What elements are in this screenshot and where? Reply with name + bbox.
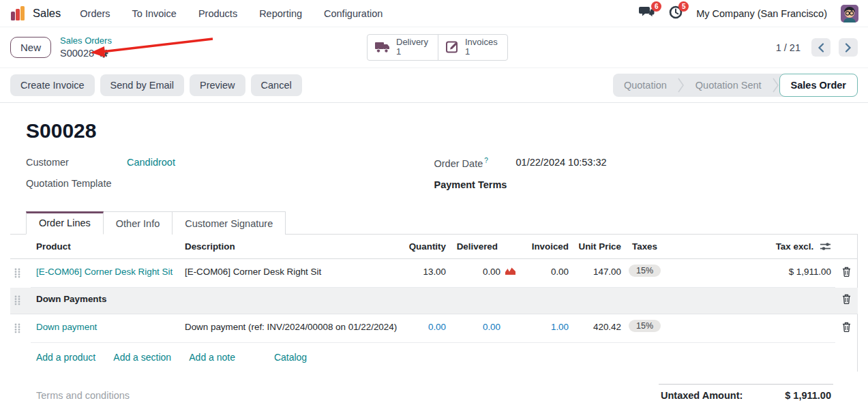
menu-products[interactable]: Products	[198, 8, 237, 19]
pager: 1 / 21	[776, 38, 858, 57]
tab-customer-signature[interactable]: Customer Signature	[173, 211, 286, 235]
untaxed-amount-label: Untaxed Amount:	[661, 390, 743, 401]
left-field-column: Customer Candidroot Quotation Template	[26, 157, 434, 200]
delete-row-icon[interactable]	[842, 267, 851, 279]
add-note-link[interactable]: Add a note	[189, 352, 235, 363]
invoices-stat-button[interactable]: Invoices 1	[438, 35, 507, 61]
delete-row-icon[interactable]	[842, 322, 851, 334]
app-name[interactable]: Sales	[33, 7, 61, 20]
order-line-row[interactable]: [E-COM06] Corner Desk Right Sit [E-COM06…	[10, 258, 858, 288]
right-field-column: Order Date? 01/22/2024 10:53:32 Payment …	[434, 157, 843, 200]
top-navbar: Sales Orders To Invoice Products Reporti…	[0, 0, 868, 27]
user-avatar[interactable]	[841, 5, 858, 22]
column-delivered[interactable]: Delivered	[450, 235, 518, 259]
quantity-cell[interactable]: 0.00	[402, 314, 450, 343]
add-section-link[interactable]: Add a section	[113, 352, 171, 363]
tax-badge[interactable]: 15%	[629, 320, 661, 332]
activities-count-badge: 5	[678, 1, 689, 12]
order-date-label: Order Date?	[434, 157, 516, 169]
invoiced-cell[interactable]: 0.00	[518, 258, 573, 288]
menu-to-invoice[interactable]: To Invoice	[132, 8, 177, 19]
trash-column-header	[835, 235, 858, 259]
section-row[interactable]: Down Payments	[10, 288, 858, 314]
quantity-cell[interactable]: 13.00	[402, 258, 450, 288]
stage-quotation[interactable]: Quotation	[613, 74, 678, 97]
order-line-row[interactable]: Down payment Down payment (ref: INV/2024…	[10, 314, 858, 343]
unit-price-cell[interactable]: 420.42	[573, 314, 625, 343]
activities-button[interactable]: 5	[669, 5, 683, 22]
tax-excl-cell	[709, 314, 835, 343]
customer-label: Customer	[26, 157, 127, 168]
catalog-link[interactable]: Catalog	[274, 352, 307, 363]
untaxed-amount-value: $ 1,911.00	[785, 390, 831, 401]
unit-price-cell[interactable]: 147.00	[573, 258, 625, 288]
new-button[interactable]: New	[10, 37, 51, 58]
column-description[interactable]: Description	[181, 235, 402, 259]
drag-handle-icon[interactable]	[14, 294, 20, 308]
help-icon[interactable]: ?	[484, 157, 488, 164]
stage-pipeline: Quotation Quotation Sent Sales Order	[613, 74, 858, 97]
product-link[interactable]: Down payment	[36, 322, 97, 332]
main-menu: Orders To Invoice Products Reporting Con…	[80, 8, 383, 19]
menu-reporting[interactable]: Reporting	[259, 8, 302, 19]
notebook: Order Lines Other Info Customer Signatur…	[10, 211, 858, 372]
navbar-systray: 6 5 My Company (San Francisco)	[639, 5, 858, 22]
column-taxes[interactable]: Taxes	[625, 235, 709, 259]
pager-previous-button[interactable]	[811, 38, 830, 57]
delivered-cell[interactable]: 0.00	[450, 314, 518, 343]
messages-button[interactable]: 6	[639, 5, 655, 21]
apps-menu-button[interactable]: Sales	[11, 5, 61, 22]
stage-quotation-sent[interactable]: Quotation Sent	[685, 74, 773, 97]
optional-columns-icon[interactable]	[820, 242, 831, 251]
drag-handle-icon[interactable]	[14, 267, 20, 280]
column-tax-excl[interactable]: Tax excl.	[709, 235, 835, 259]
send-by-email-button[interactable]: Send by Email	[100, 74, 185, 96]
column-product[interactable]: Product	[31, 235, 181, 259]
delivery-stat-label: Delivery	[396, 38, 428, 48]
section-name[interactable]: Down Payments	[35, 294, 106, 304]
gear-icon[interactable]	[99, 48, 108, 58]
invoices-stat-value: 1	[465, 48, 498, 58]
invoice-edit-icon	[446, 42, 460, 54]
product-link[interactable]: [E-COM06] Corner Desk Right Sit	[36, 267, 173, 277]
tab-bar: Order Lines Other Info Customer Signatur…	[10, 211, 858, 235]
invoices-stat-label: Invoices	[465, 38, 498, 48]
pager-next-button[interactable]	[839, 38, 858, 57]
form-sheet: S00028 Customer Candidroot Quotation Tem…	[0, 103, 868, 401]
stage-separator-icon	[678, 77, 685, 93]
terms-and-conditions-field[interactable]: Terms and conditions	[36, 390, 130, 401]
company-switcher[interactable]: My Company (San Francisco)	[696, 8, 827, 19]
add-product-link[interactable]: Add a product	[36, 352, 95, 363]
description-cell[interactable]: [E-COM06] Corner Desk Right Sit	[181, 258, 402, 288]
delivery-stat-value: 1	[396, 48, 428, 58]
tax-badge[interactable]: 15%	[629, 265, 661, 277]
customer-value-link[interactable]: Candidroot	[127, 157, 175, 168]
order-date-value[interactable]: 01/22/2024 10:53:32	[516, 157, 607, 168]
column-invoiced[interactable]: Invoiced	[518, 235, 573, 259]
delivery-stat-button[interactable]: Delivery 1	[368, 35, 438, 61]
truck-icon	[375, 42, 391, 53]
totals-block: Untaxed Amount: $ 1,911.00	[659, 384, 833, 401]
handle-column-header	[10, 235, 31, 259]
invoiced-cell[interactable]: 1.00	[518, 314, 573, 343]
tab-order-lines[interactable]: Order Lines	[26, 211, 104, 235]
delete-row-icon[interactable]	[842, 294, 851, 306]
create-invoice-button[interactable]: Create Invoice	[10, 74, 95, 96]
delivered-cell[interactable]: 0.00	[450, 258, 518, 288]
cancel-button[interactable]: Cancel	[251, 74, 302, 96]
drag-handle-icon[interactable]	[14, 322, 20, 335]
list-footer-links: Add a product Add a section Add a note C…	[10, 343, 857, 372]
column-unit-price[interactable]: Unit Price	[573, 235, 625, 259]
description-cell[interactable]: Down payment (ref: INV/2024/00008 on 01/…	[181, 314, 402, 343]
menu-configuration[interactable]: Configuration	[324, 8, 383, 19]
tab-other-info[interactable]: Other Info	[104, 211, 173, 235]
forecast-chart-icon[interactable]	[505, 267, 516, 278]
breadcrumb-sales-orders[interactable]: Sales Orders	[60, 35, 112, 46]
pager-counter: 1 / 21	[776, 42, 800, 53]
page-title: S00028	[26, 119, 842, 142]
stage-sales-order[interactable]: Sales Order	[779, 74, 858, 97]
table-header-row: Product Description Quantity Delivered I…	[10, 235, 858, 259]
column-quantity[interactable]: Quantity	[402, 235, 450, 259]
preview-button[interactable]: Preview	[190, 74, 245, 96]
menu-orders[interactable]: Orders	[80, 8, 110, 19]
